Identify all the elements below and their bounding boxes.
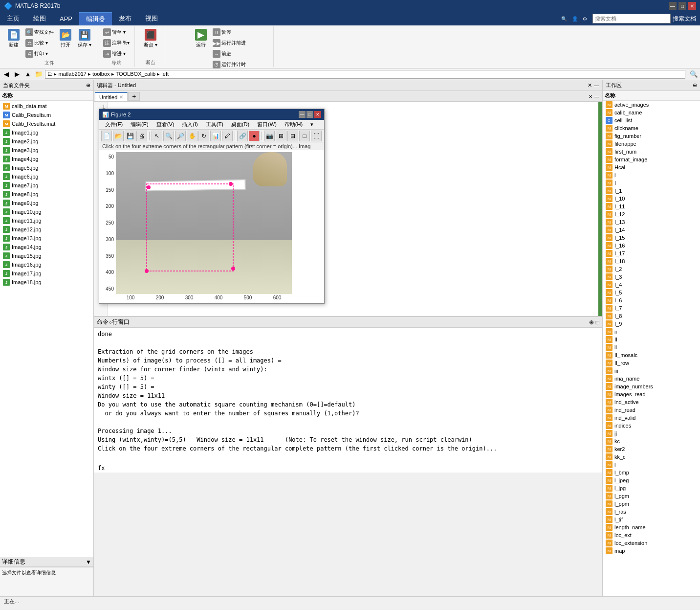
addr-refresh-btn[interactable]: 🔍: [689, 70, 698, 79]
menu-view[interactable]: 视图: [138, 12, 165, 25]
fig-data-btn[interactable]: 📊: [210, 131, 221, 141]
plot-image[interactable]: [116, 152, 292, 294]
file-item-image9[interactable]: J Image9.jpg: [1, 199, 92, 207]
fig-save-btn[interactable]: 💾: [125, 131, 135, 141]
search-button[interactable]: 搜索文档: [673, 15, 696, 23]
file-item-image16[interactable]: J Image16.jpg: [1, 260, 92, 269]
file-item-image12[interactable]: J Image12.jpg: [1, 225, 92, 234]
ws-I7[interactable]: M I_7: [603, 304, 700, 312]
folder-btn[interactable]: 📁: [34, 70, 43, 79]
search-input[interactable]: [595, 16, 663, 22]
editor-min-icon[interactable]: —: [594, 82, 599, 89]
figure-minimize-btn[interactable]: —: [299, 111, 306, 118]
ws-I14[interactable]: M I_14: [603, 226, 700, 234]
add-tab-btn[interactable]: +: [128, 92, 140, 101]
ws-I16[interactable]: M I_16: [603, 242, 700, 249]
file-item-image14[interactable]: J Image14.jpg: [1, 243, 92, 251]
ws-I1[interactable]: M I_1: [603, 187, 700, 195]
find-file-btn[interactable]: 🔍 查找文件: [23, 27, 56, 37]
close-button[interactable]: ✕: [688, 2, 696, 10]
file-item-image15[interactable]: J Image15.jpg: [1, 251, 92, 260]
ws-l-ras[interactable]: M l_ras: [603, 508, 700, 516]
fig-color-btn[interactable]: ●: [249, 131, 260, 141]
save-button[interactable]: 💾 保存 ▾: [75, 27, 94, 50]
fig-layout2-btn[interactable]: ⊟: [287, 131, 298, 141]
pause-btn[interactable]: ⏸ 暂停: [211, 27, 248, 37]
file-item-image10[interactable]: J Image10.jpg: [1, 207, 92, 216]
file-item-image8[interactable]: J Image8.jpg: [1, 190, 92, 199]
indent-btn[interactable]: ⇥ 缩进 ▾: [101, 49, 132, 59]
ws-ima-name[interactable]: M ima_name: [603, 375, 700, 383]
up-btn[interactable]: ▲: [23, 70, 32, 79]
menu-publish[interactable]: 发布: [112, 12, 138, 25]
folder-panel-expand[interactable]: ⊕: [86, 82, 90, 89]
fig-menu-tools[interactable]: 工具(T): [202, 121, 227, 128]
ws-map[interactable]: M map: [603, 547, 700, 555]
menu-plot[interactable]: 绘图: [26, 12, 53, 25]
ws-jj[interactable]: M jj: [603, 429, 700, 437]
ws-ker2[interactable]: M ker2: [603, 445, 700, 453]
fig-pan-btn[interactable]: ✋: [187, 131, 197, 141]
ws-ind-active[interactable]: M ind_active: [603, 398, 700, 406]
ws-iii[interactable]: M iii: [603, 367, 700, 375]
settings-btn[interactable]: ⚙: [581, 16, 589, 22]
compare-btn[interactable]: ⚖ 比较 ▾: [23, 38, 56, 48]
file-item-image17[interactable]: J Image17.jpg: [1, 269, 92, 278]
ws-l-tif[interactable]: M l_tif: [603, 516, 700, 523]
ws-I11[interactable]: M I_11: [603, 203, 700, 210]
back-btn[interactable]: ◀: [2, 70, 11, 79]
ws-I8[interactable]: M I_8: [603, 312, 700, 320]
ws-ll[interactable]: M ll: [603, 343, 700, 351]
workspace-expand[interactable]: ⊕: [693, 82, 697, 89]
comment-btn[interactable]: 注 注释 %▾: [101, 38, 132, 48]
ws-loc-extension[interactable]: M loc_extension: [603, 539, 700, 547]
menu-app[interactable]: APP: [53, 12, 79, 25]
file-item-image4[interactable]: J Image4.jpg: [1, 155, 92, 163]
fig-menu-desktop[interactable]: 桌面(D): [227, 121, 253, 128]
cmd-content[interactable]: done Extraction of the grid corners on t…: [94, 328, 602, 463]
fig-open-btn[interactable]: 📂: [113, 131, 124, 141]
editor-action-min[interactable]: —: [594, 94, 599, 99]
fig-menu-help[interactable]: 帮助(H): [281, 121, 306, 128]
editor-action-close[interactable]: ✕: [589, 94, 592, 99]
figure-close-btn[interactable]: ✕: [314, 111, 321, 118]
ws-I12[interactable]: M I_12: [603, 210, 700, 218]
file-item-image13[interactable]: J Image13.jpg: [1, 234, 92, 243]
ws-indices[interactable]: M indices: [603, 422, 700, 429]
ws-l-ppm[interactable]: M l_ppm: [603, 500, 700, 508]
ws-i[interactable]: M i: [603, 171, 700, 179]
help-icon-btn[interactable]: 🔍: [560, 16, 569, 22]
ws-I[interactable]: M I: [603, 179, 700, 187]
fig-menu-more[interactable]: ▾: [306, 121, 317, 128]
fig-menu-file[interactable]: 文件(F): [101, 121, 127, 128]
fig-pointer-btn[interactable]: ↖: [152, 131, 162, 141]
fig-expand-btn[interactable]: ⛶: [311, 131, 322, 141]
ws-loc-ext[interactable]: M loc_ext: [603, 531, 700, 539]
breakpoint-btn[interactable]: ⬛ 断点 ▾: [141, 27, 160, 50]
ws-I2[interactable]: M I_2: [603, 265, 700, 273]
menu-editor[interactable]: 编辑器: [79, 12, 112, 25]
account-btn[interactable]: 👤: [570, 16, 579, 22]
editor-close-icon[interactable]: ✕: [588, 82, 592, 89]
forward-btn[interactable]: ▶: [13, 70, 22, 79]
file-item-image3[interactable]: J Image3.jpg: [1, 146, 92, 155]
run-advance-btn[interactable]: ▶▶ 运行并前进: [211, 38, 248, 48]
advance-btn[interactable]: → 前进: [211, 49, 248, 59]
fig-menu-view[interactable]: 查看(V): [153, 121, 178, 128]
ws-kc[interactable]: M kc: [603, 437, 700, 445]
maximize-button[interactable]: □: [678, 2, 686, 10]
ws-fig-number[interactable]: M fig_number: [603, 132, 700, 140]
file-item-calib-results-mat[interactable]: M Calib_Results.mat: [1, 119, 92, 128]
figure-maximize-btn[interactable]: □: [306, 111, 313, 118]
file-item-image5[interactable]: J Image5.jpg: [1, 163, 92, 172]
fig-brush-btn[interactable]: 🖊: [222, 131, 233, 141]
ws-l-bmp[interactable]: M l_bmp: [603, 469, 700, 476]
file-item-image2[interactable]: J Image2.jpg: [1, 137, 92, 146]
cmd-expand-btn[interactable]: □: [596, 319, 599, 326]
fig-link-btn[interactable]: 🔗: [237, 131, 248, 141]
ws-kk-c[interactable]: M kk_c: [603, 453, 700, 461]
open-button[interactable]: 📂 打开: [57, 27, 74, 50]
ws-II-row[interactable]: M II_row: [603, 359, 700, 367]
file-item-image6[interactable]: J Image6.jpg: [1, 172, 92, 181]
ws-l-jpg[interactable]: M l_jpg: [603, 484, 700, 492]
